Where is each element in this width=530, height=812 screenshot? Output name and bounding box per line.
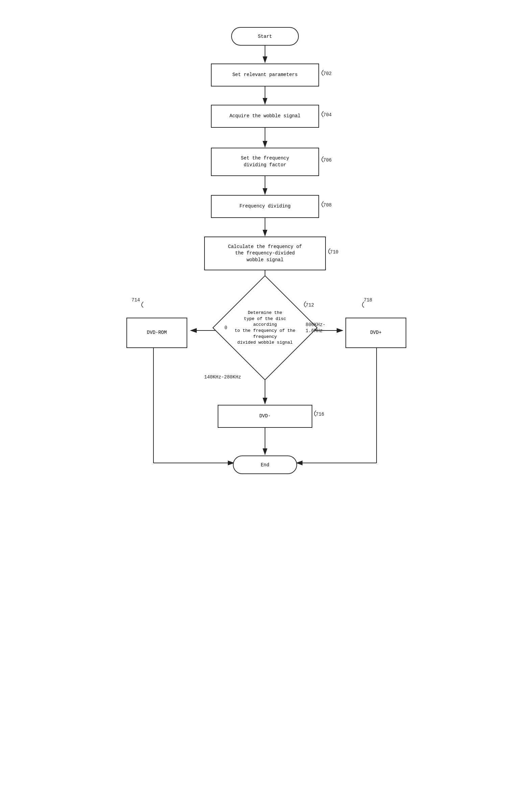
dvd-plus-edge-label: 800KHz- 1.6MHz xyxy=(305,322,326,334)
start-label: Start xyxy=(258,34,272,39)
step-712-container: Determine the type of the disc according… xyxy=(228,291,302,365)
end-node: End xyxy=(233,455,297,474)
ref-718-line xyxy=(359,300,369,308)
step-708-label: Frequency dividing xyxy=(239,203,290,210)
step-708-box: Frequency dividing xyxy=(211,195,319,218)
ref-706-line xyxy=(318,155,329,163)
ref-710-line xyxy=(325,247,335,255)
step-704-box: Acquire the wobble signal xyxy=(211,105,319,128)
ref-714-line xyxy=(138,300,148,308)
dvd-minus-edge-label: 140KHz-280KHz xyxy=(204,374,241,380)
step-712-diamond xyxy=(212,275,317,380)
step-702-label: Set relevant parameters xyxy=(232,72,298,78)
step-704-label: Acquire the wobble signal xyxy=(230,113,300,120)
step-716-box: DVD- xyxy=(218,405,312,428)
step-702-box: Set relevant parameters xyxy=(211,63,319,87)
ref-716-line xyxy=(311,409,321,417)
step-716-label: DVD- xyxy=(259,413,271,420)
dvd-rom-edge-label: 0 xyxy=(225,325,227,331)
step-718-box: DVD+ xyxy=(345,318,406,348)
step-706-label: Set the frequency dividing factor xyxy=(241,155,289,168)
ref-708-line xyxy=(318,200,329,208)
step-710-label: Calculate the frequency of the frequency… xyxy=(228,244,302,264)
flowchart-diagram: Start Set relevant parameters 702 Acquir… xyxy=(113,14,417,797)
step-718-label: DVD+ xyxy=(370,330,382,336)
end-label: End xyxy=(261,462,269,468)
step-706-box: Set the frequency dividing factor xyxy=(211,148,319,176)
step-710-box: Calculate the frequency of the frequency… xyxy=(204,236,326,270)
start-node: Start xyxy=(231,27,299,46)
step-714-label: DVD-ROM xyxy=(147,330,167,336)
ref-712-line xyxy=(301,300,311,308)
ref-704-line xyxy=(318,110,329,118)
ref-702-line xyxy=(318,68,329,77)
step-714-box: DVD-ROM xyxy=(126,318,187,348)
